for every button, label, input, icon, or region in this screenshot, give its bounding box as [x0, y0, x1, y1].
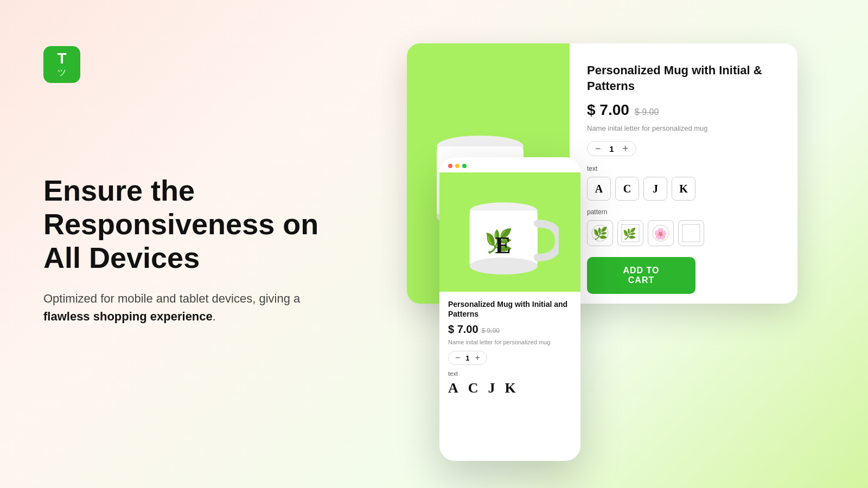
- phone-dot-yellow: [455, 164, 459, 168]
- phone-price-current: $ 7.00: [448, 323, 478, 336]
- phone-header: [439, 157, 580, 172]
- phone-mug-svg: 🌿 E: [461, 186, 559, 278]
- letter-options: A C J K: [587, 177, 780, 201]
- price-current: $ 7.00: [587, 101, 629, 119]
- phone-letter-C-button[interactable]: C: [468, 380, 478, 396]
- pattern-2-button[interactable]: 🌿: [617, 220, 643, 246]
- logo-wrapper: T ツ: [43, 46, 80, 83]
- logo-icon: T: [57, 51, 66, 66]
- phone-letter-J-button[interactable]: J: [488, 380, 495, 396]
- svg-point-14: [470, 258, 538, 274]
- phone-price-old: $ 9.00: [482, 327, 500, 335]
- qty-value: 1: [608, 144, 616, 153]
- right-panel: 🌿 E Personalized Mug with Initial & Patt…: [380, 0, 868, 488]
- phone-dot-red: [448, 164, 452, 168]
- product-title: Personalized Mug with Initial & Patterns: [587, 63, 780, 94]
- headline-line3: All Devices: [43, 241, 200, 274]
- phone-letter-options: A C J K: [448, 380, 572, 396]
- phone-price-row: $ 7.00 $ 9.00: [448, 323, 572, 336]
- phone-text-option-label: text: [448, 370, 572, 377]
- app-logo: T ツ: [43, 46, 80, 83]
- pattern-option-label: pattern: [587, 208, 780, 216]
- phone-qty-value: 1: [465, 354, 469, 362]
- svg-text:E: E: [495, 232, 511, 258]
- logo-smile: ツ: [58, 67, 66, 79]
- product-desc: Name inital letter for personalized mug: [587, 124, 780, 132]
- left-panel: T ツ Ensure the Responsiveness on All Dev…: [43, 0, 358, 488]
- qty-minus-button[interactable]: −: [595, 144, 601, 153]
- phone-image-area: 🌿 E: [439, 172, 580, 292]
- phone-dot-green: [462, 164, 467, 168]
- tablet-product-info: Personalized Mug with Initial & Patterns…: [570, 43, 797, 304]
- pattern-3-button[interactable]: 🌸: [648, 220, 674, 246]
- headline-line2: Responsiveness on: [43, 208, 318, 240]
- letter-C-button[interactable]: C: [615, 177, 639, 201]
- subtext-normal: Optimized for mobile and tablet devices,…: [43, 292, 300, 305]
- svg-text:🌸: 🌸: [654, 227, 667, 240]
- phone-qty-plus-button[interactable]: +: [475, 353, 480, 363]
- svg-rect-11: [682, 224, 700, 242]
- phone-desc: Name inital letter for personalized mug: [448, 339, 572, 345]
- letter-K-button[interactable]: K: [672, 177, 695, 201]
- qty-stepper: − 1 +: [587, 141, 636, 156]
- phone-product-info: Personalized Mug with Initial and Patter…: [439, 292, 580, 461]
- subtext: Optimized for mobile and tablet devices,…: [43, 290, 315, 325]
- phone-mockup: 🌿 E Personalized Mug with Initial and Pa…: [439, 157, 580, 461]
- text-option-label: text: [587, 165, 780, 172]
- phone-qty-minus-button[interactable]: −: [455, 353, 460, 363]
- phone-letter-K-button[interactable]: K: [505, 380, 516, 396]
- phone-letter-A-button[interactable]: A: [448, 380, 458, 396]
- pattern-options: 🌿 🌿 🌸: [587, 220, 780, 246]
- price-row: $ 7.00 $ 9.00: [587, 101, 780, 119]
- phone-qty-stepper: − 1 +: [448, 351, 487, 365]
- subtext-end: .: [213, 310, 216, 323]
- pattern-4-button[interactable]: [678, 220, 704, 246]
- price-old: $ 9.00: [635, 107, 659, 117]
- phone-product-title: Personalized Mug with Initial and Patter…: [448, 299, 572, 319]
- pattern-1-button[interactable]: 🌿: [587, 220, 613, 246]
- letter-A-button[interactable]: A: [587, 177, 611, 201]
- letter-J-button[interactable]: J: [643, 177, 667, 201]
- headline-line1: Ensure the: [43, 174, 195, 207]
- headline: Ensure the Responsiveness on All Devices: [43, 174, 358, 274]
- add-to-cart-button[interactable]: ADD TO CART: [587, 257, 695, 294]
- svg-text:🌿: 🌿: [593, 226, 608, 241]
- qty-plus-button[interactable]: +: [623, 144, 629, 153]
- subtext-bold: flawless shopping experience: [43, 310, 213, 323]
- svg-text:🌿: 🌿: [623, 227, 636, 240]
